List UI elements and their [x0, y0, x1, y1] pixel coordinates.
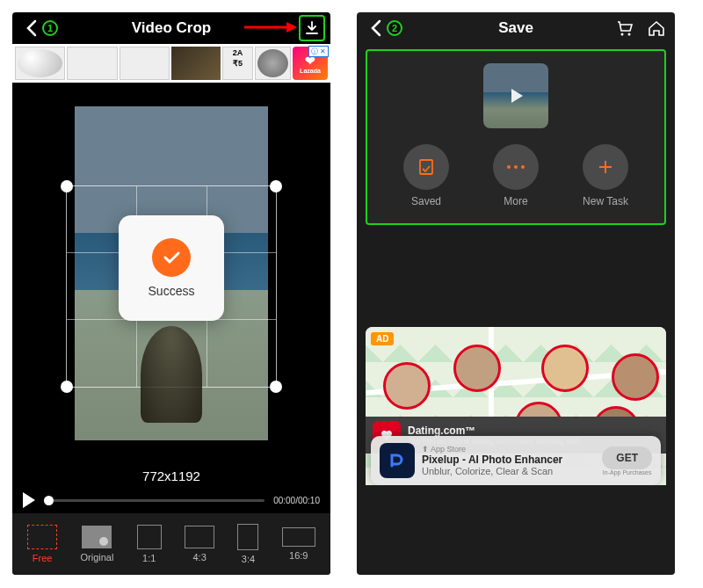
ratio-3-4[interactable]: 3:4 — [237, 524, 258, 564]
success-label: Success — [149, 284, 195, 298]
aspect-ratio-bar: Free Original 1:1 4:3 3:4 16:9 — [12, 513, 330, 575]
svg-point-7 — [514, 165, 518, 169]
ratio-1-1[interactable]: 1:1 — [137, 525, 162, 563]
crop-handle-tr[interactable] — [270, 180, 282, 192]
ratio-4-3[interactable]: 4:3 — [185, 526, 214, 563]
svg-marker-4 — [511, 89, 523, 103]
appstore-text: ⬆ App Store Pixelup - AI Photo Enhancer … — [422, 445, 595, 476]
checkmark-icon — [152, 238, 191, 277]
new-task-action[interactable]: New Task — [583, 144, 628, 207]
ratio-original[interactable]: Original — [81, 526, 114, 563]
screen-video-crop: 1 Video Crop 2A₹5 ❤Lazada ⓘ ✕ — [12, 12, 330, 575]
crop-handle-bl[interactable] — [61, 381, 73, 393]
more-action[interactable]: More — [493, 144, 539, 207]
saved-icon — [403, 144, 449, 190]
ad-thumb: 2A₹5 — [222, 47, 253, 80]
svg-point-2 — [621, 33, 624, 36]
save-result-panel: Saved More New Task — [366, 49, 666, 225]
header: 2 Save — [357, 12, 675, 44]
map-pin-avatar — [453, 345, 501, 392]
plus-icon — [583, 144, 628, 190]
pixelup-app-icon — [380, 443, 415, 478]
home-icon[interactable] — [645, 17, 668, 40]
back-button[interactable] — [19, 16, 44, 40]
screen-save: 2 Save Saved More — [357, 12, 675, 575]
svg-point-8 — [521, 165, 525, 169]
crop-handle-tl[interactable] — [61, 180, 73, 192]
saved-action[interactable]: Saved — [403, 144, 449, 207]
header-title: Save — [498, 19, 533, 37]
ad-thumb — [171, 47, 220, 80]
svg-rect-5 — [420, 160, 432, 174]
ad-thumb — [67, 47, 117, 80]
video-thumbnail[interactable] — [483, 63, 548, 128]
map-pin-avatar — [541, 345, 589, 392]
back-button[interactable] — [364, 16, 388, 40]
success-toast: Success — [119, 215, 224, 321]
header: 1 Video Crop — [12, 12, 330, 44]
download-button[interactable] — [299, 15, 325, 41]
play-button[interactable] — [23, 492, 35, 508]
ad-card[interactable]: AD Dating.com™ Tap into an online dating… — [366, 327, 666, 485]
cart-icon[interactable] — [613, 17, 636, 40]
ad-thumb — [15, 47, 65, 80]
dimensions-label: 772x1192 — [12, 463, 330, 487]
ad-thumb — [120, 47, 170, 80]
header-title: Video Crop — [132, 19, 211, 37]
time-display: 00:00/00:10 — [273, 496, 320, 505]
seek-slider[interactable] — [44, 499, 265, 502]
map-pin-avatar — [612, 353, 659, 401]
svg-point-3 — [628, 33, 631, 36]
svg-marker-1 — [286, 22, 297, 33]
svg-point-6 — [507, 165, 511, 169]
more-icon — [493, 144, 539, 190]
ratio-free[interactable]: Free — [27, 525, 57, 563]
map-pin-avatar — [383, 362, 431, 410]
ad-banner-strip[interactable]: 2A₹5 ❤Lazada ⓘ ✕ — [12, 44, 330, 83]
annotation-arrow — [244, 21, 297, 33]
crop-handle-br[interactable] — [270, 381, 282, 393]
step-1-badge: 1 — [42, 20, 58, 36]
video-preview[interactable]: Success — [12, 83, 330, 463]
ratio-16-9[interactable]: 16:9 — [282, 527, 315, 561]
ad-badge: AD — [371, 332, 394, 345]
appstore-banner[interactable]: ⬆ App Store Pixelup - AI Photo Enhancer … — [371, 436, 661, 485]
get-button[interactable]: GET — [602, 446, 652, 469]
ad-thumb — [255, 47, 291, 80]
playbar: 00:00/00:10 — [12, 487, 330, 513]
ad-info-badge[interactable]: ⓘ ✕ — [308, 46, 329, 57]
step-2-badge: 2 — [387, 20, 402, 36]
iap-label: In-App Purchases — [602, 469, 652, 475]
